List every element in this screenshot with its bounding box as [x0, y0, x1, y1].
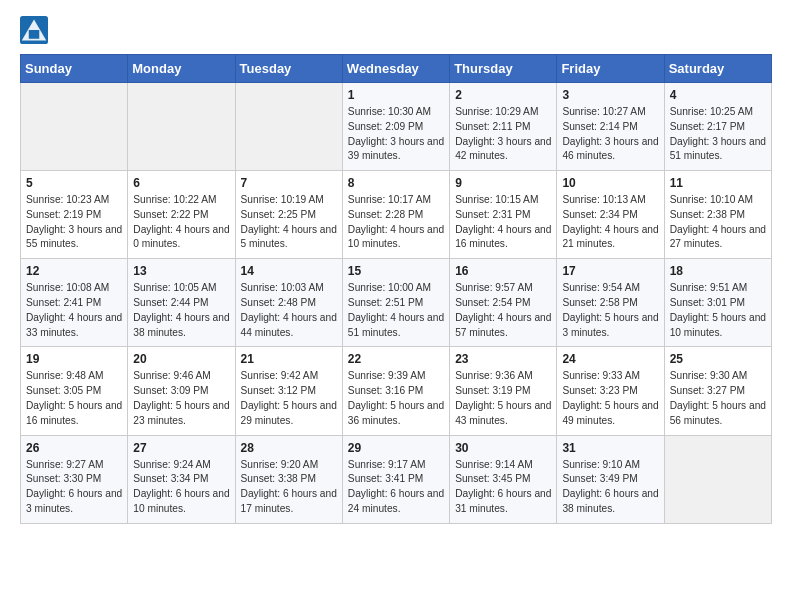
day-cell: 24Sunrise: 9:33 AM Sunset: 3:23 PM Dayli… [557, 347, 664, 435]
day-info: Sunrise: 10:17 AM Sunset: 2:28 PM Daylig… [348, 193, 444, 252]
day-info: Sunrise: 9:33 AM Sunset: 3:23 PM Dayligh… [562, 369, 658, 428]
weekday-saturday: Saturday [664, 55, 771, 83]
day-info: Sunrise: 9:10 AM Sunset: 3:49 PM Dayligh… [562, 458, 658, 517]
day-cell [664, 435, 771, 523]
day-cell: 15Sunrise: 10:00 AM Sunset: 2:51 PM Dayl… [342, 259, 449, 347]
day-info: Sunrise: 10:30 AM Sunset: 2:09 PM Daylig… [348, 105, 444, 164]
day-info: Sunrise: 9:27 AM Sunset: 3:30 PM Dayligh… [26, 458, 122, 517]
day-number: 23 [455, 352, 551, 366]
weekday-friday: Friday [557, 55, 664, 83]
day-number: 16 [455, 264, 551, 278]
day-info: Sunrise: 10:29 AM Sunset: 2:11 PM Daylig… [455, 105, 551, 164]
day-info: Sunrise: 9:24 AM Sunset: 3:34 PM Dayligh… [133, 458, 229, 517]
day-cell: 11Sunrise: 10:10 AM Sunset: 2:38 PM Dayl… [664, 171, 771, 259]
day-cell: 4Sunrise: 10:25 AM Sunset: 2:17 PM Dayli… [664, 83, 771, 171]
day-info: Sunrise: 10:10 AM Sunset: 2:38 PM Daylig… [670, 193, 766, 252]
day-number: 19 [26, 352, 122, 366]
day-info: Sunrise: 10:00 AM Sunset: 2:51 PM Daylig… [348, 281, 444, 340]
day-cell: 29Sunrise: 9:17 AM Sunset: 3:41 PM Dayli… [342, 435, 449, 523]
day-cell [235, 83, 342, 171]
day-info: Sunrise: 10:23 AM Sunset: 2:19 PM Daylig… [26, 193, 122, 252]
day-info: Sunrise: 9:54 AM Sunset: 2:58 PM Dayligh… [562, 281, 658, 340]
day-cell: 5Sunrise: 10:23 AM Sunset: 2:19 PM Dayli… [21, 171, 128, 259]
day-number: 3 [562, 88, 658, 102]
day-number: 21 [241, 352, 337, 366]
day-number: 13 [133, 264, 229, 278]
week-row-1: 5Sunrise: 10:23 AM Sunset: 2:19 PM Dayli… [21, 171, 772, 259]
day-number: 28 [241, 441, 337, 455]
day-cell: 27Sunrise: 9:24 AM Sunset: 3:34 PM Dayli… [128, 435, 235, 523]
day-cell: 10Sunrise: 10:13 AM Sunset: 2:34 PM Dayl… [557, 171, 664, 259]
day-number: 6 [133, 176, 229, 190]
day-info: Sunrise: 9:48 AM Sunset: 3:05 PM Dayligh… [26, 369, 122, 428]
week-row-3: 19Sunrise: 9:48 AM Sunset: 3:05 PM Dayli… [21, 347, 772, 435]
header [20, 16, 772, 44]
day-number: 14 [241, 264, 337, 278]
weekday-thursday: Thursday [450, 55, 557, 83]
day-cell: 13Sunrise: 10:05 AM Sunset: 2:44 PM Dayl… [128, 259, 235, 347]
day-number: 15 [348, 264, 444, 278]
day-number: 10 [562, 176, 658, 190]
day-cell: 16Sunrise: 9:57 AM Sunset: 2:54 PM Dayli… [450, 259, 557, 347]
day-info: Sunrise: 10:25 AM Sunset: 2:17 PM Daylig… [670, 105, 766, 164]
day-number: 22 [348, 352, 444, 366]
day-number: 27 [133, 441, 229, 455]
day-cell: 31Sunrise: 9:10 AM Sunset: 3:49 PM Dayli… [557, 435, 664, 523]
day-info: Sunrise: 10:19 AM Sunset: 2:25 PM Daylig… [241, 193, 337, 252]
day-info: Sunrise: 10:27 AM Sunset: 2:14 PM Daylig… [562, 105, 658, 164]
day-cell: 22Sunrise: 9:39 AM Sunset: 3:16 PM Dayli… [342, 347, 449, 435]
day-cell: 14Sunrise: 10:03 AM Sunset: 2:48 PM Dayl… [235, 259, 342, 347]
weekday-sunday: Sunday [21, 55, 128, 83]
day-number: 17 [562, 264, 658, 278]
day-number: 1 [348, 88, 444, 102]
day-cell [128, 83, 235, 171]
day-number: 26 [26, 441, 122, 455]
day-number: 31 [562, 441, 658, 455]
weekday-monday: Monday [128, 55, 235, 83]
day-info: Sunrise: 10:13 AM Sunset: 2:34 PM Daylig… [562, 193, 658, 252]
calendar-page: SundayMondayTuesdayWednesdayThursdayFrid… [0, 0, 792, 540]
day-cell: 30Sunrise: 9:14 AM Sunset: 3:45 PM Dayli… [450, 435, 557, 523]
day-number: 20 [133, 352, 229, 366]
calendar-table: SundayMondayTuesdayWednesdayThursdayFrid… [20, 54, 772, 524]
day-number: 4 [670, 88, 766, 102]
day-cell: 1Sunrise: 10:30 AM Sunset: 2:09 PM Dayli… [342, 83, 449, 171]
day-cell: 23Sunrise: 9:36 AM Sunset: 3:19 PM Dayli… [450, 347, 557, 435]
day-cell: 26Sunrise: 9:27 AM Sunset: 3:30 PM Dayli… [21, 435, 128, 523]
day-info: Sunrise: 10:15 AM Sunset: 2:31 PM Daylig… [455, 193, 551, 252]
day-cell: 21Sunrise: 9:42 AM Sunset: 3:12 PM Dayli… [235, 347, 342, 435]
day-number: 9 [455, 176, 551, 190]
day-number: 8 [348, 176, 444, 190]
week-row-0: 1Sunrise: 10:30 AM Sunset: 2:09 PM Dayli… [21, 83, 772, 171]
day-info: Sunrise: 10:05 AM Sunset: 2:44 PM Daylig… [133, 281, 229, 340]
day-info: Sunrise: 9:17 AM Sunset: 3:41 PM Dayligh… [348, 458, 444, 517]
day-info: Sunrise: 10:22 AM Sunset: 2:22 PM Daylig… [133, 193, 229, 252]
day-number: 12 [26, 264, 122, 278]
day-cell: 17Sunrise: 9:54 AM Sunset: 2:58 PM Dayli… [557, 259, 664, 347]
day-cell [21, 83, 128, 171]
day-number: 7 [241, 176, 337, 190]
day-info: Sunrise: 10:08 AM Sunset: 2:41 PM Daylig… [26, 281, 122, 340]
day-info: Sunrise: 9:42 AM Sunset: 3:12 PM Dayligh… [241, 369, 337, 428]
day-number: 24 [562, 352, 658, 366]
day-number: 29 [348, 441, 444, 455]
day-number: 30 [455, 441, 551, 455]
day-cell: 25Sunrise: 9:30 AM Sunset: 3:27 PM Dayli… [664, 347, 771, 435]
week-row-4: 26Sunrise: 9:27 AM Sunset: 3:30 PM Dayli… [21, 435, 772, 523]
day-number: 2 [455, 88, 551, 102]
day-info: Sunrise: 9:51 AM Sunset: 3:01 PM Dayligh… [670, 281, 766, 340]
day-cell: 12Sunrise: 10:08 AM Sunset: 2:41 PM Dayl… [21, 259, 128, 347]
day-cell: 2Sunrise: 10:29 AM Sunset: 2:11 PM Dayli… [450, 83, 557, 171]
day-info: Sunrise: 10:03 AM Sunset: 2:48 PM Daylig… [241, 281, 337, 340]
svg-rect-2 [29, 30, 40, 39]
day-cell: 9Sunrise: 10:15 AM Sunset: 2:31 PM Dayli… [450, 171, 557, 259]
day-cell: 18Sunrise: 9:51 AM Sunset: 3:01 PM Dayli… [664, 259, 771, 347]
day-info: Sunrise: 9:30 AM Sunset: 3:27 PM Dayligh… [670, 369, 766, 428]
week-row-2: 12Sunrise: 10:08 AM Sunset: 2:41 PM Dayl… [21, 259, 772, 347]
logo-icon [20, 16, 48, 44]
day-number: 11 [670, 176, 766, 190]
day-cell: 3Sunrise: 10:27 AM Sunset: 2:14 PM Dayli… [557, 83, 664, 171]
weekday-wednesday: Wednesday [342, 55, 449, 83]
day-cell: 20Sunrise: 9:46 AM Sunset: 3:09 PM Dayli… [128, 347, 235, 435]
day-info: Sunrise: 9:20 AM Sunset: 3:38 PM Dayligh… [241, 458, 337, 517]
